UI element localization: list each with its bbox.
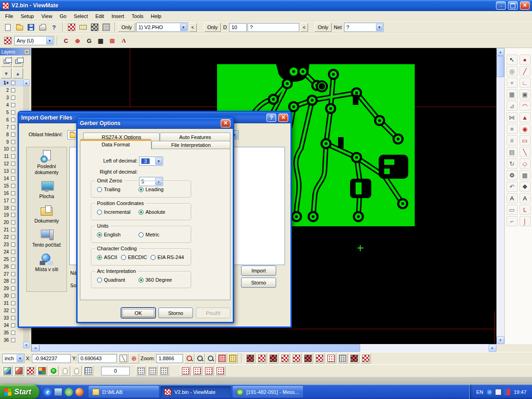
layer-visibility-checkbox[interactable]	[11, 279, 15, 283]
place-documents[interactable]: Dokumenty	[28, 205, 66, 224]
menu-item[interactable]: Select	[70, 12, 92, 20]
layer-row[interactable]: 4	[0, 102, 23, 109]
layer-visibility-checkbox[interactable]	[11, 286, 15, 290]
taskbar-task-messenger[interactable]: [191-482-091] - Mess...	[233, 386, 303, 398]
cancel-button[interactable]: Storno	[158, 308, 193, 318]
zoom-select-icon[interactable]	[184, 353, 194, 363]
antivirus-tray-icon[interactable]	[504, 389, 510, 395]
pad-style-icon[interactable]	[181, 366, 191, 376]
messenger-tray-icon[interactable]	[486, 389, 493, 395]
layer-row[interactable]: 1+	[0, 79, 23, 87]
mirror-view-icon[interactable]	[361, 353, 371, 363]
square-pad-draw-icon[interactable]: ▣	[520, 89, 531, 99]
grid-table-icon[interactable]	[83, 366, 93, 376]
radio-metric[interactable]: Metric	[139, 232, 159, 237]
y-coordinate-field[interactable]: 0.690643	[78, 354, 117, 363]
x-coordinate-field[interactable]: -0.942237	[32, 354, 71, 363]
online-indicator-icon[interactable]	[48, 366, 59, 376]
layer-visibility-checkbox[interactable]	[11, 169, 15, 173]
menu-item[interactable]: Tools	[128, 12, 147, 20]
close-button[interactable]	[221, 119, 230, 127]
pointer-tool-icon[interactable]: ↖	[507, 54, 518, 65]
prev-layer-button[interactable]: <	[189, 23, 197, 32]
taskbar-task-viewmate[interactable]: V2.bin - ViewMate	[161, 386, 231, 398]
only-net-toggle[interactable]: Only	[314, 23, 332, 32]
pan-tool-icon[interactable]: +	[507, 78, 518, 88]
scroll-down-icon[interactable]	[23, 342, 30, 348]
net-select[interactable]: ?	[344, 23, 384, 32]
drag-select-icon[interactable]	[118, 353, 128, 363]
layer-visibility-checkbox[interactable]	[11, 162, 15, 166]
layer-stack-button[interactable]	[1, 56, 12, 67]
radio-leading[interactable]: Leading	[139, 187, 163, 192]
snap-tool-icon[interactable]: #	[507, 135, 518, 145]
layer-move-up-button[interactable]	[12, 68, 23, 79]
scroll-down-icon[interactable]	[496, 336, 504, 344]
color-set-icon[interactable]	[37, 366, 47, 376]
dot-grid2-icon[interactable]	[147, 366, 157, 376]
rotate-tool-icon[interactable]: ↻	[507, 158, 518, 169]
layer-row[interactable]: 2	[0, 87, 23, 94]
context-help-icon[interactable]	[48, 22, 60, 33]
undo-tool-icon[interactable]: ↶	[507, 181, 518, 192]
film-positive2-icon[interactable]	[280, 353, 290, 363]
tab-file-interpretation[interactable]: File Interpretation	[151, 141, 230, 149]
only-layer-toggle[interactable]: Only	[118, 23, 135, 32]
g-tool-icon[interactable]: G	[84, 35, 95, 46]
new-file-icon[interactable]	[2, 22, 13, 33]
layer-visibility-checkbox[interactable]	[11, 323, 15, 327]
rect-draw-icon[interactable]: ▭	[520, 135, 531, 145]
dcode-count-field[interactable]: 0	[101, 367, 130, 375]
polygon-draw-icon[interactable]: ◇	[520, 158, 531, 169]
settings-tool-icon[interactable]: ⚙	[507, 170, 518, 180]
hatch-draw-icon[interactable]: ▩	[520, 170, 531, 180]
layer-visibility-checkbox[interactable]	[11, 206, 15, 210]
pattern-tool-icon[interactable]: ▦	[95, 35, 106, 46]
step-view-icon[interactable]	[349, 353, 359, 363]
start-button[interactable]: Start	[0, 385, 39, 399]
layer-visibility-checkbox[interactable]	[11, 125, 15, 129]
net-view-icon[interactable]	[338, 353, 348, 363]
text-tool-icon[interactable]: A	[507, 193, 518, 203]
pad-draw-icon[interactable]: ●	[520, 54, 531, 65]
align-tool-icon[interactable]: ≡	[507, 124, 518, 134]
menu-item[interactable]: View	[37, 12, 56, 20]
layer-move-down-button[interactable]	[1, 68, 12, 79]
layer-visibility-checkbox[interactable]	[11, 265, 15, 269]
dcode-ruler-icon[interactable]	[78, 22, 89, 33]
layer-stack-alt-button[interactable]	[12, 56, 23, 67]
menu-item[interactable]: Setup	[17, 12, 38, 20]
layer-visibility-checkbox[interactable]	[11, 96, 15, 100]
close-button[interactable]	[520, 1, 530, 10]
unit-select[interactable]: inch	[2, 354, 24, 363]
layer-visibility-checkbox[interactable]	[11, 331, 15, 335]
vertical-scrollbar[interactable]	[496, 48, 504, 344]
language-indicator[interactable]: EN	[476, 389, 483, 395]
keyboard-tray-icon[interactable]	[495, 389, 502, 395]
layers-tool-icon[interactable]: ▤	[507, 147, 518, 157]
layer-visibility-checkbox[interactable]	[11, 81, 15, 85]
a-tool-icon[interactable]: A	[118, 35, 129, 46]
pad-style3-icon[interactable]	[204, 366, 214, 376]
hook-draw-icon[interactable]: ⌡	[520, 216, 531, 226]
layer-visibility-checkbox[interactable]	[11, 110, 15, 115]
ok-button[interactable]: OK	[121, 308, 156, 318]
radio-absolute[interactable]: Absolute	[139, 209, 165, 215]
film-settings-icon[interactable]	[89, 22, 100, 33]
layers-panel-close-icon[interactable]	[24, 49, 30, 54]
scroll-up-icon[interactable]	[23, 79, 30, 86]
apply-button[interactable]: Použít	[196, 308, 230, 318]
horizontal-scrollbar[interactable]	[31, 344, 496, 352]
layer-visibility-checkbox[interactable]	[11, 294, 15, 298]
layer-visibility-checkbox[interactable]	[11, 154, 15, 158]
layer-visibility-checkbox[interactable]	[11, 301, 15, 305]
layer-row[interactable]: 3	[0, 94, 23, 102]
lamp-icon[interactable]	[60, 366, 70, 376]
layer-visibility-checkbox[interactable]	[11, 338, 15, 342]
select-area-tool-icon[interactable]: ◎	[507, 66, 518, 76]
layer-visibility-checkbox[interactable]	[11, 199, 15, 203]
polyline-draw-icon[interactable]: ∟	[520, 78, 531, 88]
msn-icon[interactable]	[65, 388, 73, 396]
scroll-up-icon[interactable]	[496, 48, 504, 56]
layers-panel-titlebar[interactable]: Layers	[0, 48, 31, 55]
